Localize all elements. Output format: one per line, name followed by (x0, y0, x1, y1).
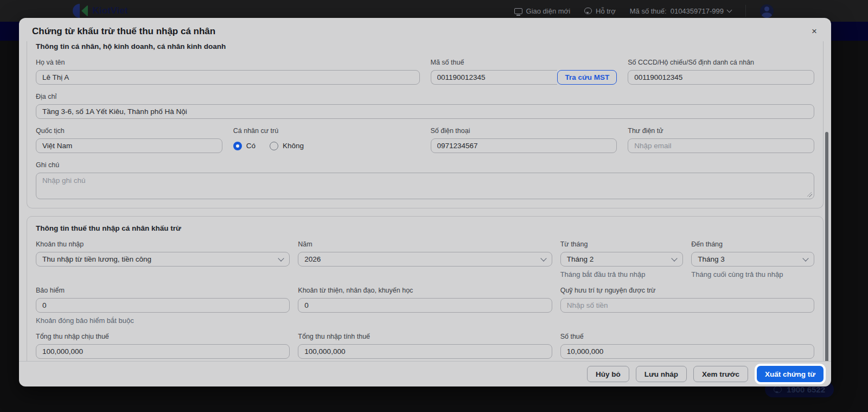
modal-footer: Hủy bỏ Lưu nháp Xem trước Xuất chứng từ (19, 361, 831, 386)
chevron-down-icon (802, 255, 808, 261)
residency-label: Cá nhân cư trú (233, 127, 420, 135)
email-label: Thư điện tử (628, 127, 814, 135)
residency-option-no[interactable]: Không (270, 142, 304, 150)
modal-title: Chứng từ khấu trừ thuế thu nhập cá nhân (32, 26, 818, 37)
address-input[interactable] (36, 104, 814, 119)
chevron-down-icon (540, 255, 546, 261)
residency-yes-label: Có (246, 142, 256, 150)
tax-amount-label: Số thuế (560, 333, 814, 340)
tax-code-field-label: Mã số thuế (431, 59, 617, 66)
taxable-income-label: Tổng thu nhập chịu thuế (36, 333, 290, 340)
address-label: Địa chỉ (36, 93, 814, 100)
monitor-icon (514, 8, 522, 14)
id-number-input[interactable] (628, 70, 814, 85)
to-month-value: Tháng 3 (698, 255, 725, 263)
phone-input[interactable] (431, 138, 617, 153)
logo-mark-right (81, 5, 88, 17)
chevron-down-icon (278, 255, 284, 261)
insurance-label: Bảo hiểm (36, 287, 290, 294)
tax-amount-input[interactable] (560, 344, 814, 359)
tax-info-section: Thông tin thuế thu nhập cá nhân khấu trừ… (27, 216, 824, 361)
hotline-chat-icon (774, 386, 782, 393)
preview-button[interactable]: Xem trước (693, 366, 748, 382)
modal-scrollbar[interactable] (825, 132, 828, 361)
cancel-button[interactable]: Hủy bỏ (587, 366, 629, 382)
charity-label: Khoản từ thiện, nhân đạo, khuyến học (298, 287, 552, 294)
insurance-input[interactable] (36, 298, 290, 313)
assessed-income-input[interactable] (298, 344, 552, 359)
from-month-select[interactable]: Tháng 2 (560, 252, 684, 267)
chevron-down-icon (727, 8, 732, 13)
from-month-label: Từ tháng (560, 240, 684, 248)
note-textarea[interactable] (36, 173, 814, 199)
full-name-label: Họ và tên (36, 59, 420, 66)
id-number-label: Số CCCD/Hộ chiếu/Số định danh cá nhân (628, 59, 814, 66)
from-month-helper: Tháng bắt đầu trả thu nhập (560, 270, 684, 278)
year-select[interactable]: 2026 (298, 252, 552, 267)
taxable-income-input[interactable] (36, 344, 290, 359)
tax-code-selector[interactable]: Mã số thuế: 0104359717-999 (630, 7, 731, 15)
insurance-helper: Khoản đóng bảo hiểm bắt buộc (36, 316, 290, 325)
resize-handle-icon[interactable] (807, 192, 812, 197)
new-interface-label: Giao diện mới (526, 7, 571, 15)
user-avatar[interactable] (760, 4, 774, 18)
new-interface-toggle[interactable]: Giao diện mới (514, 7, 571, 15)
lookup-mst-button[interactable]: Tra cứu MST (557, 70, 617, 85)
support-menu[interactable]: Hỗ trợ (584, 7, 616, 15)
income-type-select[interactable]: Thu nhập từ tiền lương, tiền công (36, 252, 290, 267)
residency-option-yes[interactable]: Có (233, 142, 256, 150)
note-label: Ghi chú (36, 161, 814, 169)
save-draft-button[interactable]: Lưu nháp (636, 366, 687, 382)
personal-section-title: Thông tin cá nhân, hộ kinh doanh, cá nhâ… (36, 42, 814, 50)
to-month-select[interactable]: Tháng 3 (691, 252, 814, 267)
email-input[interactable] (628, 138, 814, 153)
tax-deduction-certificate-modal: Chứng từ khấu trừ thuế thu nhập cá nhân … (19, 18, 831, 386)
tax-code-value: 0104359717-999 (671, 7, 724, 15)
income-type-label: Khoản thu nhập (36, 240, 290, 248)
logo-mark-left (73, 4, 80, 18)
full-name-input[interactable] (36, 70, 420, 85)
nationality-label: Quốc tịch (36, 127, 222, 135)
to-month-helper: Tháng cuối cùng trả thu nhập (691, 270, 814, 278)
charity-input[interactable] (298, 298, 552, 313)
pension-input[interactable] (560, 298, 814, 313)
personal-info-section: Thông tin cá nhân, hộ kinh doanh, cá nhâ… (27, 41, 824, 208)
nationality-input[interactable] (36, 138, 222, 153)
residency-no-label: Không (283, 142, 304, 150)
to-month-label: Đến tháng (691, 240, 814, 248)
year-label: Năm (298, 240, 552, 248)
radio-unselected-icon (270, 142, 278, 150)
phone-label: Số điện thoại (431, 127, 617, 135)
brand-name: KiotViet (92, 5, 128, 16)
assessed-income-label: Tổng thu nhập tính thuế (298, 333, 552, 340)
from-month-value: Tháng 2 (567, 255, 594, 263)
chevron-down-icon (672, 255, 678, 261)
tax-section-title: Thông tin thuế thu nhập cá nhân khấu trừ (36, 224, 814, 232)
radio-selected-icon (233, 142, 242, 150)
support-label: Hỗ trợ (596, 7, 616, 15)
export-certificate-button[interactable]: Xuất chứng từ (757, 366, 824, 382)
tax-code-input[interactable] (431, 70, 558, 85)
tax-code-label: Mã số thuế: (630, 7, 667, 15)
year-value: 2026 (304, 255, 321, 263)
chat-bubble-icon (584, 8, 592, 14)
topbar-divider (745, 5, 746, 17)
income-type-value: Thu nhập từ tiền lương, tiền công (42, 255, 151, 263)
pension-label: Quỹ hưu trí tự nguyện được trừ (560, 287, 814, 294)
close-icon[interactable]: × (808, 26, 820, 37)
export-button-highlight-ring: Xuất chứng từ (755, 364, 826, 384)
